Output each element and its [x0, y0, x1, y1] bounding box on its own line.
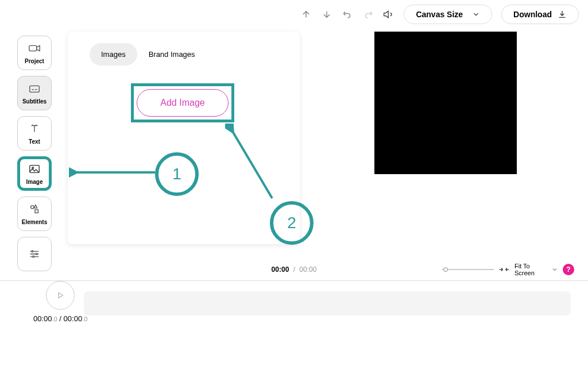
time-separator: / [293, 265, 295, 274]
fit-arrows-icon [498, 266, 510, 273]
timeline-info-bar: 00:00 / 00:00 Fit To Screen ? [0, 257, 588, 280]
add-image-highlight: Add Image [131, 83, 234, 122]
svg-rect-1 [30, 86, 40, 92]
undo-icon[interactable] [342, 9, 353, 20]
canvas-size-label: Canvas Size [416, 10, 463, 19]
sidebar-item-text[interactable]: Text [17, 116, 52, 151]
sidebar-item-label: Subtitles [22, 98, 47, 105]
playbar-current: 00:00 [33, 314, 52, 323]
download-button[interactable]: Download [501, 5, 579, 24]
subtitles-icon [28, 82, 41, 95]
chevron-down-icon [472, 10, 480, 18]
volume-icon[interactable] [383, 9, 394, 20]
video-preview[interactable] [374, 32, 517, 174]
svg-rect-0 [29, 45, 37, 51]
text-icon [28, 122, 41, 135]
time-display: 00:00 / 00:00 [272, 265, 317, 274]
redo-icon[interactable] [362, 9, 374, 20]
fit-controls: Fit To Screen ? [442, 263, 574, 276]
duration-time: 00:00 [299, 265, 316, 274]
callout-2: 2 [270, 201, 314, 245]
playbar-duration-sub: .0 [82, 315, 87, 322]
sidebar-item-label: Elements [22, 219, 47, 225]
canvas-size-button[interactable]: Canvas Size [404, 5, 492, 24]
playbar-current-sub: .0 [52, 315, 57, 322]
sidebar-item-label: Project [25, 58, 44, 64]
help-button[interactable]: ? [563, 264, 574, 275]
download-icon [558, 10, 567, 19]
playbar-sep: / [57, 314, 64, 323]
sidebar-item-label: Image [26, 179, 43, 185]
play-icon [56, 291, 64, 299]
sidebar-item-image[interactable]: Image [17, 156, 52, 191]
add-image-button[interactable]: Add Image [137, 89, 229, 117]
zoom-slider[interactable] [442, 269, 494, 270]
svg-point-4 [31, 205, 34, 209]
sidebar: Project Subtitles Text Image Elements [17, 36, 52, 271]
arrow-down-icon[interactable] [321, 9, 332, 20]
panel-tabs: Images Brand Images [90, 43, 288, 66]
image-panel: Images Brand Images [68, 32, 300, 244]
timeline-section: 00:00.0 / 00:00.0 [0, 280, 588, 349]
zoom-slider-thumb[interactable] [443, 267, 448, 272]
play-button[interactable] [46, 281, 75, 310]
video-camera-icon [28, 42, 41, 55]
shapes-icon [28, 203, 41, 215]
playbar-duration: 00:00 [64, 314, 83, 323]
image-icon [28, 163, 41, 175]
arrow-up-icon[interactable] [300, 9, 312, 20]
svg-rect-5 [35, 209, 38, 213]
download-label: Download [513, 10, 552, 19]
sidebar-item-elements[interactable]: Elements [17, 197, 52, 231]
sidebar-item-project[interactable]: Project [17, 36, 52, 70]
current-time: 00:00 [272, 265, 289, 274]
sidebar-item-label: Text [29, 138, 40, 145]
chevron-down-icon[interactable] [551, 266, 558, 273]
timeline-track[interactable] [84, 291, 571, 315]
fit-to-screen-label[interactable]: Fit To Screen [514, 263, 547, 276]
playbar-time: 00:00.0 / 00:00.0 [33, 314, 87, 323]
svg-point-7 [36, 253, 37, 255]
callout-1: 1 [155, 152, 199, 196]
svg-point-6 [32, 251, 33, 252]
play-area: 00:00.0 / 00:00.0 [33, 281, 87, 323]
tab-brand-images[interactable]: Brand Images [137, 43, 207, 66]
top-toolbar: Canvas Size Download [300, 5, 579, 24]
tab-images[interactable]: Images [90, 43, 137, 66]
sidebar-item-subtitles[interactable]: Subtitles [17, 76, 52, 110]
